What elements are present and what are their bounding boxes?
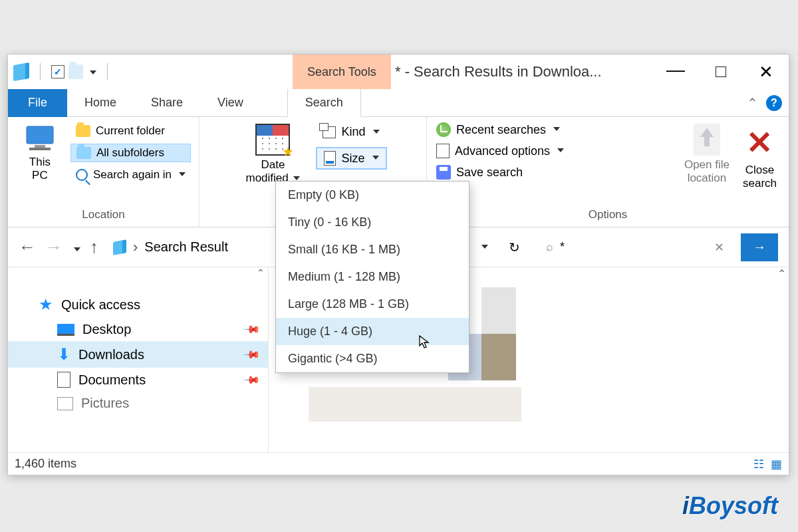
ribbon-group-options: Recent searches Advanced options Save se…	[427, 117, 789, 227]
size-option-medium[interactable]: Medium (1 - 128 MB)	[276, 263, 469, 291]
sidebar-item-documents[interactable]: Documents📌	[8, 368, 268, 392]
titlebar: ✓ Search Tools * - Search Results in Dow…	[8, 55, 789, 89]
sidebar-item-pictures[interactable]: Pictures	[8, 392, 268, 415]
svg-rect-1	[35, 145, 45, 148]
search-again-dropdown[interactable]: Search again in	[70, 166, 191, 184]
recent-searches-dropdown[interactable]: Recent searches	[436, 122, 678, 137]
history-dropdown[interactable]	[74, 247, 80, 251]
chevron-down-icon	[553, 127, 560, 131]
size-option-small[interactable]: Small (16 KB - 1 MB)	[276, 236, 469, 263]
date-modified-dropdown[interactable]: ★ Date modified	[239, 121, 307, 188]
ribbon-tabs: File Home Share View Search ⌃ ?	[8, 89, 789, 117]
sidebar-item-desktop[interactable]: Desktop📌	[8, 318, 268, 341]
size-option-empty[interactable]: Empty (0 KB)	[276, 182, 469, 209]
thumbnails-view-button[interactable]: ▦	[771, 457, 782, 471]
status-bar: 1,460 items ☷ ▦	[8, 452, 789, 475]
close-search-button[interactable]: ✕ Close search	[736, 121, 783, 194]
calendar-icon: ★	[255, 124, 290, 156]
scrollbar-up[interactable]: ⌃	[253, 267, 268, 278]
forward-button[interactable]: →	[45, 237, 63, 257]
sidebar-item-downloads[interactable]: ⬇ Downloads📌	[8, 341, 268, 368]
kind-dropdown[interactable]: Kind	[316, 122, 386, 142]
tab-view[interactable]: View	[200, 89, 261, 117]
chevron-down-icon	[179, 172, 186, 176]
window-title: * - Search Results in Downloa...	[395, 55, 602, 89]
qat-newfolder-button[interactable]	[68, 65, 83, 79]
sidebar-quick-access[interactable]: ★ Quick access	[8, 291, 268, 318]
open-location-icon	[694, 124, 720, 156]
close-icon: ✕	[746, 124, 773, 161]
cursor-icon	[419, 335, 431, 350]
ribbon-collapse-icon[interactable]: ⌃	[747, 95, 758, 111]
kind-icon	[323, 126, 336, 138]
qat-properties-button[interactable]: ✓	[51, 65, 65, 78]
pin-icon: 📌	[243, 321, 261, 339]
size-option-large[interactable]: Large (128 MB - 1 GB)	[276, 291, 469, 318]
save-search-button[interactable]: Save search	[436, 165, 678, 180]
pin-icon: 📌	[243, 345, 261, 364]
help-icon[interactable]: ?	[766, 95, 782, 111]
pin-icon: 📌	[243, 370, 261, 389]
refresh-button[interactable]: ↻	[499, 234, 529, 261]
size-icon	[324, 151, 336, 166]
search-go-button[interactable]: →	[741, 233, 778, 261]
clear-search-icon[interactable]: ✕	[714, 240, 724, 255]
location-icon	[113, 239, 126, 255]
search-input[interactable]: ⌕ * ✕	[539, 234, 732, 261]
size-option-huge[interactable]: Huge (1 - 4 GB)	[276, 318, 469, 345]
download-icon: ⬇	[57, 345, 70, 364]
ribbon-group-location: This PC Current folder All subfolders Se…	[8, 117, 200, 227]
quick-access-toolbar: ✓	[13, 63, 114, 80]
search-icon	[76, 169, 88, 181]
back-button[interactable]: ←	[19, 237, 36, 257]
breadcrumb-segment[interactable]: Search Result	[144, 239, 228, 255]
size-filter-menu: Empty (0 KB) Tiny (0 - 16 KB) Small (16 …	[275, 181, 469, 373]
up-button[interactable]: ↑	[90, 237, 98, 257]
svg-rect-0	[27, 126, 53, 144]
all-subfolders-button[interactable]: All subfolders	[70, 144, 191, 162]
advanced-options-dropdown[interactable]: Advanced options	[436, 144, 678, 158]
details-view-button[interactable]: ☷	[753, 457, 764, 471]
options-icon	[436, 144, 450, 158]
app-icon	[13, 63, 29, 81]
chevron-down-icon	[372, 156, 379, 160]
this-pc-button[interactable]: This PC	[16, 121, 64, 186]
size-option-tiny[interactable]: Tiny (0 - 16 KB)	[276, 209, 469, 236]
open-file-location-button[interactable]: Open file location	[678, 121, 736, 188]
save-icon	[436, 165, 451, 180]
window-controls: — ✕	[653, 55, 789, 89]
context-tab-search-tools: Search Tools	[293, 55, 391, 89]
maximize-button[interactable]	[698, 55, 743, 89]
computer-icon	[23, 124, 57, 153]
chevron-down-icon	[373, 130, 380, 134]
watermark: iiBoysoftBoysoft	[682, 492, 778, 520]
svg-rect-2	[29, 148, 51, 150]
qat-customize-dropdown[interactable]	[90, 70, 96, 74]
item-count: 1,460 items	[15, 457, 76, 471]
folder-icon	[76, 125, 90, 137]
chevron-down-icon	[557, 148, 564, 152]
tab-home[interactable]: Home	[67, 89, 134, 117]
address-dropdown[interactable]	[468, 234, 499, 261]
current-folder-button[interactable]: Current folder	[70, 122, 191, 140]
minimize-button[interactable]: —	[653, 51, 698, 89]
scrollbar-up[interactable]: ⌃	[774, 267, 789, 280]
file-thumbnail[interactable]	[481, 334, 516, 380]
chevron-down-icon	[293, 176, 300, 180]
tab-file[interactable]: File	[8, 89, 67, 117]
tab-search[interactable]: Search	[287, 89, 361, 117]
documents-icon	[57, 372, 70, 388]
folder-icon	[76, 147, 91, 159]
file-thumbnail[interactable]	[309, 387, 521, 422]
size-option-gigantic[interactable]: Gigantic (>4 GB)	[276, 345, 469, 372]
desktop-icon	[57, 324, 74, 336]
close-button[interactable]: ✕	[743, 55, 789, 89]
star-icon: ★	[39, 295, 53, 314]
navigation-pane: ⌃ ★ Quick access Desktop📌 ⬇ Downloads📌 D…	[8, 267, 269, 452]
tab-share[interactable]: Share	[134, 89, 200, 117]
recent-icon	[436, 122, 451, 137]
pictures-icon	[57, 397, 73, 410]
size-dropdown[interactable]: Size	[316, 147, 386, 170]
